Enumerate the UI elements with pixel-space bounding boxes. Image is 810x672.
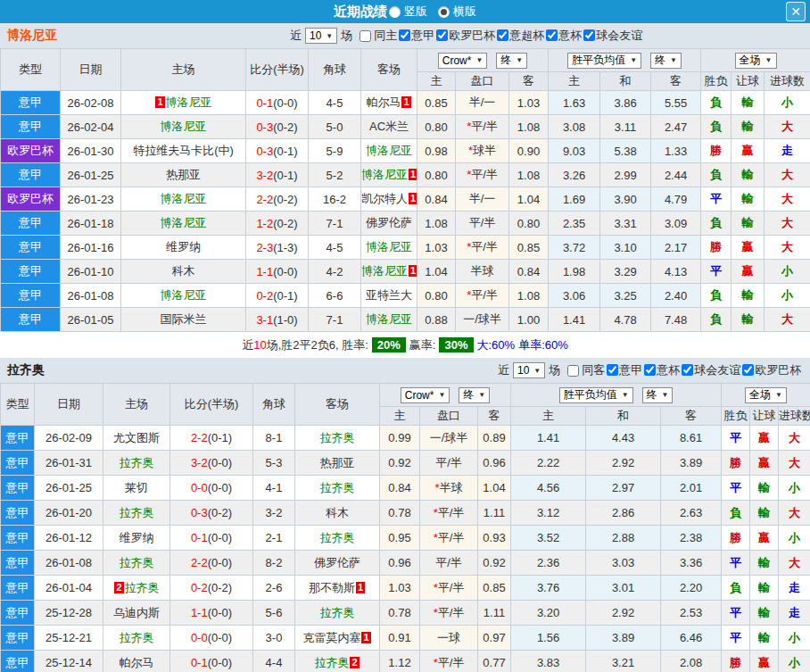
halftime-score: (0-0) xyxy=(273,96,297,110)
col-header-corner: 角球 xyxy=(253,384,295,426)
league-filter[interactable]: 欧罗巴杯 xyxy=(436,28,495,44)
fulltime-score: 3-1 xyxy=(256,313,273,327)
result-handicap: 輸 xyxy=(731,212,765,236)
fulltime-score: 0-3 xyxy=(256,120,273,134)
final-odds-select-2[interactable]: 终▼ xyxy=(642,387,674,403)
league-filter[interactable]: 意杯 xyxy=(546,28,582,44)
crown-home-odds: 0.80 xyxy=(417,284,456,308)
bookmaker-select[interactable]: Crow*▼ xyxy=(401,387,450,403)
team-name: 莱切 xyxy=(125,481,148,494)
league-checkbox[interactable] xyxy=(682,364,693,376)
league-filter[interactable]: 意超杯 xyxy=(497,28,544,44)
close-icon[interactable]: ✕ xyxy=(786,2,806,21)
score-cell: 0-2(0-1) xyxy=(246,284,309,308)
team-name: 热那亚 xyxy=(166,168,201,181)
league-filter[interactable]: 意杯 xyxy=(644,362,680,378)
league-checkbox[interactable] xyxy=(742,364,754,376)
final-odds-select-2[interactable]: 终▼ xyxy=(650,53,682,69)
asterisk: * xyxy=(467,120,471,133)
chevron-down-icon: ▼ xyxy=(630,56,637,64)
match-row: 意甲26-01-20拉齐奥0-3(0-2)3-2科木0.78*平/半1.113.… xyxy=(1,501,810,526)
fulltime-score: 2-2 xyxy=(191,556,208,569)
league-filter[interactable]: 欧罗巴杯 xyxy=(742,362,801,378)
team-name: 博洛尼亚 xyxy=(366,240,412,253)
final-odds-select[interactable]: 终▼ xyxy=(496,53,527,69)
team-name: 乌迪内斯 xyxy=(113,606,160,619)
team-name: 佛罗伦萨 xyxy=(314,556,360,569)
result-handicap: 贏 xyxy=(750,651,779,672)
vertical-layout-label[interactable]: 竖版 xyxy=(404,4,427,20)
subheader-handicap-result: 让球 xyxy=(731,72,765,91)
league-type-cell: 意甲 xyxy=(1,576,35,601)
horizontal-layout-radio[interactable] xyxy=(438,6,450,18)
mean-odds-home: 1.56 xyxy=(511,626,586,651)
home-team-cell: 帕尔马 xyxy=(103,651,170,672)
same-venue-label[interactable]: 同主 xyxy=(374,28,397,44)
wdl-mean-select[interactable]: 胜平负均值▼ xyxy=(567,53,641,69)
near-label: 近 xyxy=(498,362,509,378)
red-card-badge: 1 xyxy=(155,96,164,108)
same-venue-checkbox[interactable] xyxy=(360,30,371,42)
mean-odds-home: 4.56 xyxy=(511,476,586,501)
crown-away-odds: 1.08 xyxy=(509,115,549,139)
red-card-badge: 1 xyxy=(401,96,410,108)
league-type-cell: 意甲 xyxy=(1,501,35,526)
crown-home-odds: 0.80 xyxy=(417,115,456,139)
match-count-select[interactable]: 10▼ xyxy=(513,362,545,378)
full-match-select[interactable]: 全场▼ xyxy=(745,387,787,403)
league-checkbox[interactable] xyxy=(436,29,448,41)
league-filter[interactable]: 球会友谊 xyxy=(682,362,740,378)
league-filter[interactable]: 意甲 xyxy=(399,28,434,44)
crown-home-odds: 0.78 xyxy=(380,501,420,526)
corner-cell: 4-5 xyxy=(309,91,361,115)
match-count-select[interactable]: 10▼ xyxy=(305,28,337,44)
league-checkbox[interactable] xyxy=(583,29,595,41)
red-card-badge: 2 xyxy=(350,657,359,668)
team-name: 博洛尼亚 xyxy=(161,192,207,205)
col-header-home: 主场 xyxy=(103,384,170,426)
crown-home-odds: 0.98 xyxy=(417,139,456,163)
same-venue-checkbox[interactable] xyxy=(567,365,579,377)
halftime-score: (0-2) xyxy=(208,506,232,519)
league-filter[interactable]: 球会友谊 xyxy=(583,28,642,44)
mean-odds-home: 2.36 xyxy=(511,551,586,576)
fulltime-score: 2-2 xyxy=(191,431,208,444)
league-type-cell: 欧罗巴杯 xyxy=(1,139,61,163)
horizontal-layout-label[interactable]: 横版 xyxy=(453,4,476,20)
full-match-select[interactable]: 全场▼ xyxy=(735,53,777,69)
team-section-header-bologna: 博洛尼亚 近 10▼ 场 同主 意甲欧罗巴杯意超杯意杯球会友谊 xyxy=(0,23,810,48)
league-checkbox[interactable] xyxy=(644,364,656,376)
corner-cell: 16-2 xyxy=(309,187,361,212)
score-cell: 0-3(0-1) xyxy=(246,139,309,163)
same-venue-label[interactable]: 同客 xyxy=(582,362,605,378)
result-wdl: 負 xyxy=(722,501,750,526)
corner-cell: 5-3 xyxy=(253,451,295,476)
fulltime-score: 0-1 xyxy=(191,656,208,669)
wdl-mean-select[interactable]: 胜平负均值▼ xyxy=(559,387,633,403)
vertical-layout-radio[interactable] xyxy=(389,6,401,18)
mean-odds-draw: 3.03 xyxy=(586,551,661,576)
crown-handicap: *半球 xyxy=(420,476,478,501)
red-card-badge: 1 xyxy=(361,632,370,643)
away-team-cell: 拉齐奥 xyxy=(295,426,380,451)
fulltime-score: 0-2 xyxy=(256,289,273,303)
league-filter[interactable]: 意甲 xyxy=(607,362,642,378)
crown-away-odds: 1.08 xyxy=(509,163,549,187)
result-handicap: 贏 xyxy=(731,139,765,163)
bookmaker-select[interactable]: Crow*▼ xyxy=(438,53,488,69)
result-wdl: 負 xyxy=(722,576,750,601)
team-name: 拉齐奥 xyxy=(120,456,154,469)
league-type-cell: 意甲 xyxy=(1,551,35,576)
final-odds-select[interactable]: 终▼ xyxy=(459,387,490,403)
league-checkbox[interactable] xyxy=(546,29,558,41)
chevron-down-icon: ▼ xyxy=(775,391,782,399)
league-checkbox[interactable] xyxy=(607,364,618,376)
subheader-handicap: 盘口 xyxy=(420,407,478,426)
league-checkbox[interactable] xyxy=(399,29,410,41)
mean-odds-draw: 3.29 xyxy=(600,260,651,284)
league-checkbox[interactable] xyxy=(497,29,508,41)
away-team-cell: 热那亚 xyxy=(295,451,380,476)
mean-odds-home: 3.08 xyxy=(549,115,600,139)
halftime-score: (0-0) xyxy=(208,631,232,644)
crown-handicap: 一/球半 xyxy=(420,426,478,451)
